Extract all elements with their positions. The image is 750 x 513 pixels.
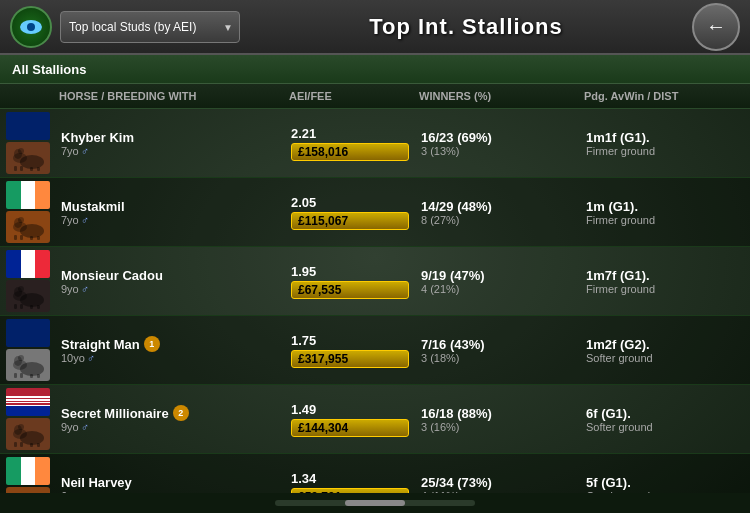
svg-rect-6: [30, 167, 33, 171]
winners-main: 16/18 (88%): [421, 406, 574, 421]
dist-cell: 1m1f (G1). Firmer ground: [580, 109, 750, 177]
table-row[interactable]: Straight Man 1 10yo♂ 1.75 £317,955 7/16 …: [0, 316, 750, 385]
table-body: Khyber Kim 7yo♂ 2.21 £158,016 16/23 (69%…: [0, 109, 750, 493]
svg-rect-4: [14, 166, 17, 171]
section-label: All Stallions: [12, 62, 86, 77]
svg-point-11: [18, 217, 24, 223]
svg-rect-15: [37, 236, 40, 240]
dist-main: 1m2f (G2).: [586, 337, 744, 352]
horse-thumbnail: [6, 418, 50, 450]
fee-badge: £115,067: [291, 212, 409, 230]
svg-rect-23: [37, 305, 40, 309]
back-button[interactable]: ←: [692, 3, 740, 51]
col-header-img: [0, 88, 55, 104]
horse-silhouette-icon: [10, 213, 46, 241]
svg-rect-30: [30, 374, 33, 378]
horse-thumbnail: [6, 280, 50, 312]
eye-icon: [20, 20, 42, 34]
svg-rect-38: [30, 443, 33, 447]
sex-symbol: ♂: [87, 352, 95, 364]
horse-image-cell: [0, 454, 55, 493]
table-row[interactable]: Khyber Kim 7yo♂ 2.21 £158,016 16/23 (69%…: [0, 109, 750, 178]
horse-image-cell: [0, 109, 55, 177]
sex-symbol: ♂: [81, 421, 89, 433]
svg-point-3: [18, 148, 24, 154]
svg-rect-14: [30, 236, 33, 240]
svg-rect-21: [20, 304, 23, 309]
winners-cell: 16/18 (88%) 3 (16%): [415, 385, 580, 453]
dist-ground: Firmer ground: [586, 214, 744, 226]
dist-cell: 1m (G1). Firmer ground: [580, 178, 750, 246]
table-row[interactable]: Mustakmil 7yo♂ 2.05 £115,067 14/29 (48%)…: [0, 178, 750, 247]
horse-thumbnail: [6, 211, 50, 243]
dist-cell: 1m7f (G1). Firmer ground: [580, 247, 750, 315]
scrollbar-track[interactable]: [275, 500, 475, 506]
svg-rect-20: [14, 304, 17, 309]
horse-silhouette-icon: [10, 144, 46, 172]
country-flag: [6, 112, 50, 140]
dist-cell: 1m2f (G2). Softer ground: [580, 316, 750, 384]
aei-cell: 1.75 £317,955: [285, 316, 415, 384]
dropdown-label: Top local Studs (by AEI): [69, 20, 196, 34]
horse-age: 7yo♂: [61, 214, 279, 226]
table-row[interactable]: Monsieur Cadou 9yo♂ 1.95 £67,535 9/19 (4…: [0, 247, 750, 316]
table-row[interactable]: Secret Millionaire 2 9yo♂ 1.49 £144,304 …: [0, 385, 750, 454]
col-header-horse: HORSE / BREEDING WITH: [55, 88, 285, 104]
horse-name-cell: Mustakmil 7yo♂: [55, 178, 285, 246]
horse-name: Neil Harvey: [61, 475, 279, 490]
winners-cell: 14/29 (48%) 8 (27%): [415, 178, 580, 246]
svg-rect-29: [20, 373, 23, 378]
winners-main: 7/16 (43%): [421, 337, 574, 352]
svg-rect-31: [37, 374, 40, 378]
aei-cell: 2.21 £158,016: [285, 109, 415, 177]
aei-value: 2.05: [291, 195, 409, 210]
svg-rect-13: [20, 235, 23, 240]
col-header-aei: AEI/FEE: [285, 88, 415, 104]
aei-cell: 1.95 £67,535: [285, 247, 415, 315]
winners-main: 16/23 (69%): [421, 130, 574, 145]
horse-name-cell: Secret Millionaire 2 9yo♂: [55, 385, 285, 453]
horse-name-cell: Neil Harvey 6yo♂: [55, 454, 285, 493]
dropdown-selector[interactable]: Top local Studs (by AEI) ▼: [60, 11, 240, 43]
horse-name: Mustakmil: [61, 199, 279, 214]
sex-symbol: ♂: [81, 145, 89, 157]
dist-ground: Firmer ground: [586, 145, 744, 157]
dist-main: 1m7f (G1).: [586, 268, 744, 283]
winners-sub: 3 (16%): [421, 421, 574, 433]
col-header-dist: Pdg. AvWin / DIST: [580, 88, 750, 104]
page-title: Top Int. Stallions: [240, 14, 692, 40]
app-logo: [10, 6, 52, 48]
winners-sub: 4 (21%): [421, 283, 574, 295]
bottom-bar: [0, 493, 750, 513]
horse-image-cell: [0, 178, 55, 246]
sex-symbol: ♂: [81, 214, 89, 226]
dist-main: 6f (G1).: [586, 406, 744, 421]
svg-rect-36: [14, 442, 17, 447]
aei-cell: 2.05 £115,067: [285, 178, 415, 246]
aei-value: 2.21: [291, 126, 409, 141]
horse-age: 9yo♂: [61, 283, 279, 295]
dist-main: 1m1f (G1).: [586, 130, 744, 145]
fee-badge: £67,535: [291, 281, 409, 299]
horse-name-cell: Khyber Kim 7yo♂: [55, 109, 285, 177]
horse-name: Monsieur Cadou: [61, 268, 279, 283]
aei-cell: 1.49 £144,304: [285, 385, 415, 453]
horse-name-cell: Monsieur Cadou 9yo♂: [55, 247, 285, 315]
aei-cell: 1.34 £59,701: [285, 454, 415, 493]
chevron-down-icon: ▼: [223, 21, 233, 32]
svg-point-27: [18, 355, 24, 361]
fee-badge: £144,304: [291, 419, 409, 437]
horse-name: Straight Man 1: [61, 336, 279, 352]
winners-cell: 16/23 (69%) 3 (13%): [415, 109, 580, 177]
aei-value: 1.49: [291, 402, 409, 417]
winners-main: 9/19 (47%): [421, 268, 574, 283]
svg-rect-22: [30, 305, 33, 309]
country-flag: [6, 319, 50, 347]
winners-cell: 25/34 (73%) 4 (11%): [415, 454, 580, 493]
table-row[interactable]: Neil Harvey 6yo♂ 1.34 £59,701 25/34 (73%…: [0, 454, 750, 493]
horse-silhouette-icon: [10, 420, 46, 448]
svg-rect-5: [20, 166, 23, 171]
scrollbar-thumb[interactable]: [345, 500, 405, 506]
svg-point-19: [18, 286, 24, 292]
dist-main: 5f (G1).: [586, 475, 744, 490]
